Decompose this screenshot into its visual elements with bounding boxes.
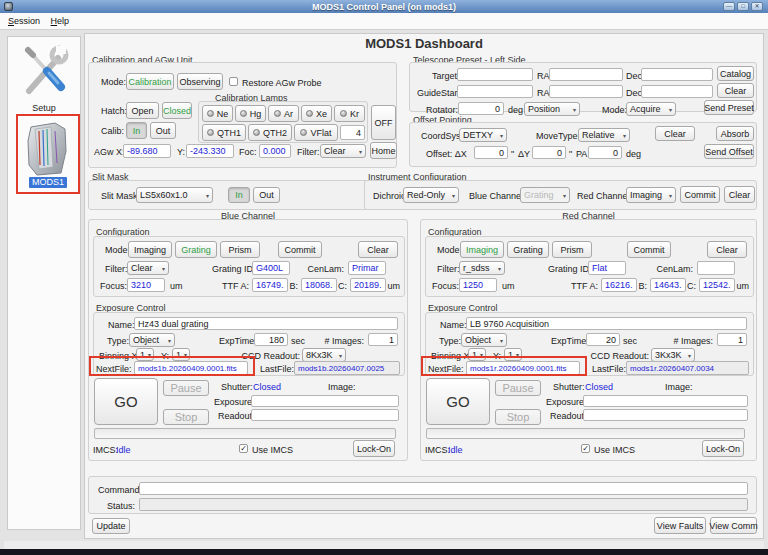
instconfig-clear-button[interactable]: Clear — [724, 186, 755, 203]
menu-help[interactable]: Help — [51, 16, 70, 26]
red-exptime-field[interactable]: 20 — [586, 333, 620, 346]
lamp-hg-button[interactable]: Hg — [235, 105, 266, 122]
lamp-ar-button[interactable]: Ar — [268, 105, 299, 122]
blue-name-field[interactable]: Hz43 dual grating — [134, 317, 398, 330]
red-stop-button[interactable]: Stop — [495, 409, 541, 425]
agw-foc-field[interactable]: 0.000 — [259, 144, 291, 158]
setup-tools-icon[interactable] — [20, 44, 70, 100]
blue-clear-button[interactable]: Clear — [358, 241, 398, 258]
red-prism-button[interactable]: Prism — [552, 241, 592, 258]
catalog-button[interactable]: Catalog — [717, 66, 754, 81]
red-ccd-select[interactable]: 3Kx3K▾ — [651, 348, 695, 362]
red-type-select[interactable]: Object▾ — [461, 333, 507, 347]
blue-ccd-select[interactable]: 8Kx3K▾ — [302, 348, 346, 362]
slitmask-out-button[interactable]: Out — [253, 187, 280, 203]
blue-ttf-c-field[interactable]: 20189. — [350, 278, 386, 292]
agw-filter-select[interactable]: Clear▾ — [320, 144, 366, 158]
window-titlebar[interactable]: MODS1 Control Panel (on mods1) — □ ✕ — [0, 0, 768, 13]
blue-use-imcs-checkbox[interactable]: ✓ — [239, 444, 248, 453]
blue-imaging-button[interactable]: Imaging — [128, 241, 172, 258]
coordsys-select[interactable]: DETXY▾ — [459, 128, 507, 142]
agw-home-button[interactable]: Home — [370, 142, 397, 159]
blue-bin-x-select[interactable]: 1▾ — [136, 348, 154, 361]
red-grating-button[interactable]: Grating — [507, 241, 549, 258]
rotator-mode-select[interactable]: Position▾ — [524, 102, 580, 116]
red-images-field[interactable]: 1 — [717, 333, 747, 346]
blue-commit-button[interactable]: Commit — [278, 241, 322, 258]
blue-cenlam-field[interactable]: Primar — [348, 261, 386, 275]
menu-session[interactable]: Session — [8, 16, 40, 26]
close-icon[interactable]: ✕ — [751, 2, 763, 11]
blue-bin-y-select[interactable]: 1▾ — [172, 348, 190, 361]
blue-prism-button[interactable]: Prism — [220, 241, 260, 258]
blue-grating-id-field[interactable]: G400L — [252, 261, 290, 275]
slitmask-in-button[interactable]: In — [228, 187, 250, 203]
blue-ttf-a-field[interactable]: 16749. — [252, 278, 288, 292]
lamp-xe-button[interactable]: Xe — [301, 105, 332, 122]
blue-focus-field[interactable]: 3210 — [127, 278, 165, 292]
sidebar-setup-label[interactable]: Setup — [8, 103, 80, 113]
lamp-ne-button[interactable]: Ne — [202, 105, 233, 122]
lamp-vflat-button[interactable]: VFlat — [294, 124, 338, 141]
blue-stop-button[interactable]: Stop — [163, 409, 209, 425]
blue-lock-on-button[interactable]: Lock-On — [353, 440, 395, 457]
offset-dx-field[interactable]: 0 — [474, 146, 508, 159]
view-faults-button[interactable]: View Faults — [654, 517, 706, 534]
dichroic-select[interactable]: Red-Only▾ — [403, 187, 459, 203]
offset-clear-button[interactable]: Clear — [655, 126, 695, 141]
blue-images-field[interactable]: 1 — [368, 333, 398, 346]
red-cenlam-field[interactable] — [697, 261, 735, 275]
instconfig-commit-button[interactable]: Commit — [680, 186, 720, 203]
agw-y-field[interactable]: -243.330 — [186, 144, 234, 158]
send-preset-button[interactable]: Send Preset — [704, 100, 754, 115]
blue-type-select[interactable]: Object▾ — [129, 333, 175, 347]
hatch-open-button[interactable]: Open — [126, 102, 159, 119]
lamp-intensity-field[interactable]: 4 — [340, 125, 365, 140]
target-field[interactable] — [457, 68, 533, 81]
rotator-field[interactable]: 0 — [458, 102, 504, 115]
hatch-closed-button[interactable]: Closed — [162, 102, 192, 119]
blue-exptime-field[interactable]: 180 — [254, 333, 288, 346]
red-imaging-button[interactable]: Imaging — [460, 241, 504, 258]
red-filter-select[interactable]: r_sdss▾ — [459, 261, 505, 275]
agw-x-field[interactable]: -89.680 — [123, 144, 171, 158]
offset-dy-field[interactable]: 0 — [532, 146, 566, 159]
blue-ttf-b-field[interactable]: 18068. — [301, 278, 337, 292]
blue-go-button[interactable]: GO — [94, 378, 158, 425]
restore-agw-checkbox[interactable] — [229, 77, 238, 86]
guidestar-dec-field[interactable] — [641, 85, 713, 98]
red-ttf-c-field[interactable]: 12542. — [699, 278, 735, 292]
blue-pause-button[interactable]: Pause — [163, 380, 209, 396]
red-grating-id-field[interactable]: Flat — [588, 261, 626, 275]
lamp-qth2-button[interactable]: QTH2 — [248, 124, 292, 141]
view-comm-button[interactable]: View Comm — [710, 517, 757, 534]
guidestar-field[interactable] — [457, 85, 533, 98]
command-input[interactable] — [139, 482, 748, 495]
preset-mode-select[interactable]: Acquire▾ — [626, 102, 676, 116]
update-button[interactable]: Update — [92, 518, 130, 534]
red-commit-button[interactable]: Commit — [627, 241, 671, 258]
send-offset-button[interactable]: Send Offset — [704, 144, 754, 159]
movetype-select[interactable]: Relative▾ — [578, 128, 630, 142]
mods1-instrument-icon[interactable] — [25, 121, 69, 177]
maximize-icon[interactable]: □ — [737, 2, 749, 11]
slitmask-select[interactable]: LS5x60x1.0▾ — [136, 187, 213, 203]
absorb-button[interactable]: Absorb — [716, 126, 754, 141]
lamp-kr-button[interactable]: Kr — [334, 105, 365, 122]
red-bin-y-select[interactable]: 1▾ — [504, 348, 522, 361]
lamp-qth1-button[interactable]: QTH1 — [202, 124, 246, 141]
pa-field[interactable]: 0 — [588, 146, 622, 159]
red-lock-on-button[interactable]: Lock-On — [702, 440, 744, 457]
calib-in-button[interactable]: In — [126, 122, 147, 139]
calibration-mode-button[interactable]: Calibration — [126, 73, 174, 90]
red-clear-button[interactable]: Clear — [707, 241, 747, 258]
red-name-field[interactable]: LB 9760 Acquisition — [466, 317, 747, 330]
blue-grating-button[interactable]: Grating — [175, 241, 217, 258]
guidestar-ra-field[interactable] — [549, 85, 623, 98]
red-ttf-b-field[interactable]: 14643. — [650, 278, 686, 292]
target-ra-field[interactable] — [549, 68, 623, 81]
red-channel-select[interactable]: Imaging▾ — [626, 187, 676, 203]
calib-out-button[interactable]: Out — [150, 122, 176, 139]
preset-clear-button[interactable]: Clear — [717, 83, 754, 98]
red-focus-field[interactable]: 1250 — [459, 278, 497, 292]
